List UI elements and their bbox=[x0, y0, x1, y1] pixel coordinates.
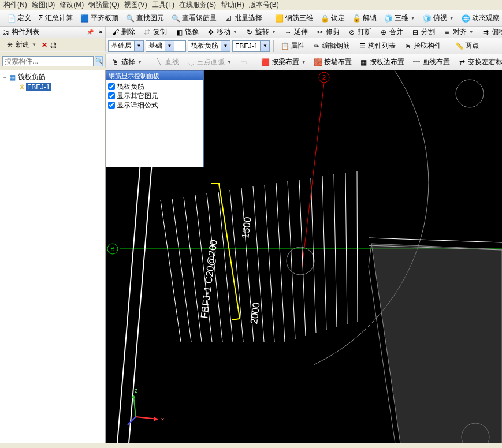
flat-button[interactable]: 🟦平齐板顶 bbox=[77, 12, 121, 25]
checkbox-formula[interactable] bbox=[108, 102, 115, 109]
svg-marker-22 bbox=[154, 417, 158, 421]
edit-rebar-button[interactable]: ✏编辑钢筋 bbox=[309, 40, 353, 53]
move-button[interactable]: ✥移动▼ bbox=[203, 27, 240, 38]
menu-bar: 构件(N) 绘图(D) 修改(M) 钢筋量(Q) 视图(V) 工具(T) 在线服… bbox=[0, 0, 502, 10]
search-button[interactable]: 🔍 bbox=[95, 56, 103, 66]
svg-line-17 bbox=[322, 176, 326, 330]
type-combo[interactable]: 筏板负筋▼ bbox=[188, 40, 230, 52]
cursor-icon: 🖱 bbox=[111, 58, 120, 67]
top-view-button[interactable]: 🧊俯视▼ bbox=[420, 12, 457, 25]
delete-button[interactable]: 🖌删除 bbox=[108, 27, 138, 38]
panel-check-row: 筏板负筋 bbox=[108, 82, 202, 91]
menu-tools[interactable]: 工具(T) bbox=[151, 0, 176, 10]
list-icon: ☰ bbox=[358, 42, 367, 51]
menu-rebar[interactable]: 钢筋量(Q) bbox=[87, 0, 120, 10]
menu-online[interactable]: 在线服务(S) bbox=[178, 0, 217, 10]
menu-view[interactable]: 视图(V) bbox=[123, 0, 148, 10]
chevron-down-icon: ▼ bbox=[233, 29, 237, 35]
delete-icon[interactable]: ✕ bbox=[42, 41, 47, 49]
lock-button[interactable]: 🔒锁定 bbox=[318, 12, 348, 25]
lock-icon: 🔒 bbox=[321, 14, 330, 23]
drawing-canvas[interactable]: 钢筋显示控制面板 筏板负筋 显示其它图元 显示详细公式 2 bbox=[106, 70, 502, 443]
checkbox-other[interactable] bbox=[108, 92, 115, 99]
properties-button[interactable]: 📋属性 bbox=[277, 40, 307, 53]
panel-title[interactable]: 钢筋显示控制面板 bbox=[106, 71, 203, 80]
break-button[interactable]: ⊘打断 bbox=[344, 27, 374, 38]
svg-line-25 bbox=[128, 417, 136, 425]
search-input[interactable] bbox=[2, 56, 94, 66]
arc-button[interactable]: ◡三点画弧▼ bbox=[184, 56, 235, 69]
line-button[interactable]: ╲直线 bbox=[152, 56, 182, 69]
arc-icon: ◡ bbox=[187, 58, 196, 67]
rect-icon[interactable]: ▭ bbox=[236, 56, 251, 69]
svg-line-20 bbox=[357, 171, 358, 322]
new-button[interactable]: ✳新建▼ bbox=[2, 39, 39, 51]
edge-line bbox=[129, 163, 152, 443]
batch-select-button[interactable]: ☑批量选择 bbox=[221, 12, 265, 25]
tree-toggle[interactable]: − bbox=[2, 74, 8, 80]
define-button[interactable]: 📄定义 bbox=[4, 12, 34, 25]
by-slab-button[interactable]: ▦按板边布置 bbox=[356, 56, 407, 69]
brush-icon: 🖌 bbox=[111, 28, 120, 37]
pick-component-button[interactable]: 🖱拾取构件 bbox=[400, 40, 444, 53]
svg-line-5 bbox=[184, 197, 202, 342]
select-button[interactable]: 🖱选择▼ bbox=[108, 56, 145, 69]
tree-root-label: 筏板负筋 bbox=[17, 72, 47, 82]
swap-button[interactable]: ⇄交换左右标 bbox=[455, 56, 502, 69]
svg-line-8 bbox=[218, 192, 233, 342]
pin-icon[interactable]: 📌 bbox=[87, 29, 94, 35]
panel-check-row: 显示其它图元 bbox=[108, 91, 202, 100]
rotate-button[interactable]: ↻旋转▼ bbox=[242, 27, 279, 38]
name-combo[interactable]: FBFJ-1▼ bbox=[232, 40, 270, 52]
two-point-button[interactable]: 📏两点 bbox=[452, 40, 482, 53]
by-beam-button[interactable]: 🟥按梁布置▼ bbox=[258, 56, 309, 69]
layer-icon: 🟦 bbox=[80, 14, 90, 23]
extend-button[interactable]: →延伸 bbox=[281, 27, 311, 38]
side-panel-label: 构件列表 bbox=[12, 27, 39, 37]
three-d-button[interactable]: 🧊三维▼ bbox=[381, 12, 418, 25]
menu-modify[interactable]: 修改(M) bbox=[58, 0, 85, 10]
trim-button[interactable]: ✂修剪 bbox=[313, 27, 343, 38]
menu-version[interactable]: 版本号(B) bbox=[248, 0, 280, 10]
checkbox-rebar[interactable] bbox=[108, 83, 115, 90]
by-line-button[interactable]: 〰画线布置 bbox=[409, 56, 453, 69]
close-icon[interactable]: ✕ bbox=[98, 29, 103, 35]
find-button[interactable]: 🔍查找图元 bbox=[123, 12, 167, 25]
menu-help[interactable]: 帮助(H) bbox=[220, 0, 246, 10]
component-tree[interactable]: − ▦ 筏板负筋 ✳ FBFJ-1 bbox=[0, 70, 105, 443]
floor-combo[interactable]: 基础层▼ bbox=[108, 40, 144, 52]
chevron-down-icon: ▼ bbox=[411, 16, 415, 21]
offset-button[interactable]: ⇉偏移 bbox=[478, 27, 502, 38]
menu-component[interactable]: 构件(N) bbox=[2, 0, 28, 10]
svg-line-4 bbox=[172, 199, 191, 342]
orbit-icon: 🌐 bbox=[462, 14, 471, 23]
svg-line-13 bbox=[276, 183, 285, 342]
align-button[interactable]: ≡对齐▼ bbox=[440, 27, 477, 38]
dynamic-view-button[interactable]: 🌐动态观察 bbox=[459, 12, 502, 25]
mirror-button[interactable]: ◧镜像 bbox=[172, 27, 202, 38]
svg-line-1 bbox=[369, 244, 371, 267]
tree-root-row[interactable]: − ▦ 筏板负筋 bbox=[2, 72, 103, 82]
merge-button[interactable]: ⊕合并 bbox=[376, 27, 406, 38]
category-combo[interactable]: 基础▼ bbox=[146, 40, 186, 52]
beam-icon: 🟥 bbox=[261, 58, 270, 67]
menu-draw[interactable]: 绘图(D) bbox=[31, 0, 57, 10]
chevron-down-icon: ▼ bbox=[302, 59, 306, 65]
unlock-button[interactable]: 🔓解锁 bbox=[349, 12, 380, 25]
copy-icon[interactable]: ⿻ bbox=[50, 41, 57, 49]
component-list-button[interactable]: ☰构件列表 bbox=[355, 40, 399, 53]
by-wall-button[interactable]: 🧱按墙布置 bbox=[311, 56, 355, 69]
split-button[interactable]: ⊟分割 bbox=[408, 27, 438, 38]
rebar-3d-button[interactable]: 🟨钢筋三维 bbox=[272, 12, 316, 25]
svg-line-18 bbox=[334, 174, 337, 327]
svg-text:x: x bbox=[161, 416, 164, 423]
toolbar-4: 🖱选择▼ ╲直线 ◡三点画弧▼ ▭ 🟥按梁布置▼ 🧱按墙布置 ▦按板边布置 〰画… bbox=[106, 54, 502, 70]
rebar-display-panel[interactable]: 钢筋显示控制面板 筏板负筋 显示其它图元 显示详细公式 bbox=[106, 70, 204, 167]
sum-button[interactable]: Σ 汇总计算 bbox=[36, 12, 76, 25]
copy-button[interactable]: ⿻复制 bbox=[140, 27, 170, 38]
quantity-button[interactable]: 🔍查看钢筋量 bbox=[169, 12, 220, 25]
chevron-down-icon: ▼ bbox=[221, 41, 230, 51]
solid bbox=[369, 244, 502, 443]
edit-icon: ✏ bbox=[312, 42, 321, 51]
tree-child-row[interactable]: ✳ FBFJ-1 bbox=[2, 82, 103, 92]
